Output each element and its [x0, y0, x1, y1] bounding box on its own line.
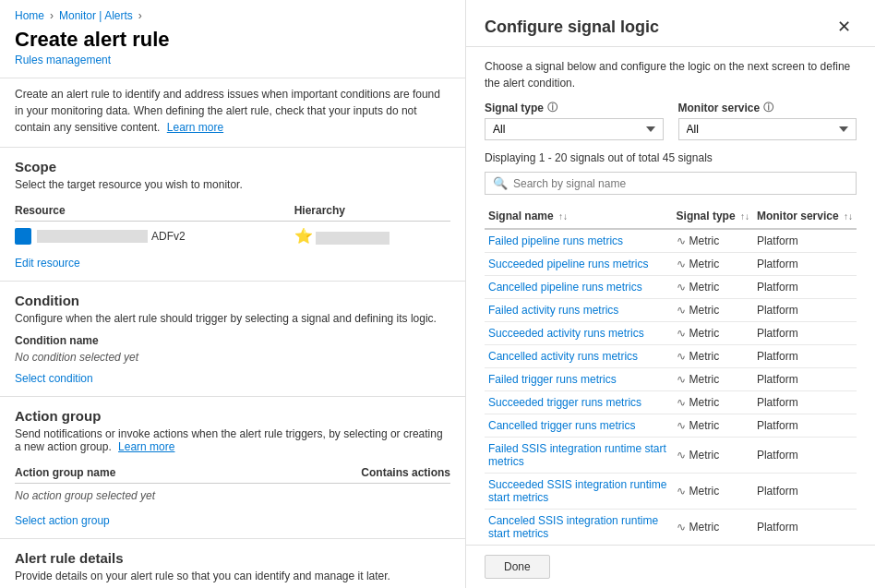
monitor-service-cell: Platform — [753, 253, 857, 276]
right-panel: Configure signal logic ✕ Choose a signal… — [466, 0, 875, 588]
metric-icon: ∿ — [677, 304, 686, 317]
table-row: Cancelled activity runs metrics∿MetricPl… — [485, 345, 857, 368]
action-group-desc-text: Send notifications or invoke actions whe… — [15, 427, 443, 453]
condition-title: Condition — [15, 293, 450, 308]
monitor-service-select[interactable]: All Platform Log Analytics — [678, 118, 857, 140]
signal-name-link[interactable]: Failed activity runs metrics — [488, 304, 618, 317]
scope-desc: Select the target resource you wish to m… — [15, 178, 450, 191]
table-row: Succeeded activity runs metrics∿MetricPl… — [485, 322, 857, 345]
action-group-name-col: Action group name — [15, 462, 282, 484]
learn-more-link-desc[interactable]: Learn more — [167, 121, 223, 134]
resource-icon — [15, 228, 31, 245]
signal-count: Displaying 1 - 20 signals out of total 4… — [485, 151, 857, 164]
signal-name-link[interactable]: Succeeded activity runs metrics — [488, 327, 644, 340]
alert-details-section: Alert rule details Provide details on yo… — [0, 538, 465, 588]
metric-icon: ∿ — [677, 485, 686, 498]
left-panel: Home › Monitor | Alerts › Create alert r… — [0, 0, 466, 588]
monitor-service-sort-icon[interactable]: ↑↓ — [844, 211, 853, 222]
metric-icon: ∿ — [677, 373, 686, 386]
signal-name-link[interactable]: Failed SSIS integration runtime start me… — [488, 442, 666, 468]
breadcrumb-monitor[interactable]: Monitor | Alerts — [59, 9, 133, 22]
col-monitor-service: Monitor service ↑↓ — [753, 204, 857, 229]
resource-name-bar — [37, 230, 148, 243]
done-button[interactable]: Done — [485, 555, 550, 579]
condition-desc: Configure when the alert rule should tri… — [15, 312, 450, 325]
table-row: Failed activity runs metrics∿MetricPlatf… — [485, 299, 857, 322]
breadcrumb-sep1: › — [50, 9, 54, 22]
signal-name-link[interactable]: Failed pipeline runs metrics — [488, 234, 623, 247]
hierarchy-bar — [316, 232, 390, 245]
breadcrumb-sep2: › — [138, 9, 142, 22]
panel-body: Choose a signal below and configure the … — [466, 47, 875, 545]
metric-icon: ∿ — [677, 258, 686, 270]
signal-table-body: Failed pipeline runs metrics∿MetricPlatf… — [485, 229, 857, 545]
signal-type-cell: ∿Metric — [673, 414, 753, 438]
edit-resource-link[interactable]: Edit resource — [15, 257, 80, 270]
breadcrumb-home[interactable]: Home — [15, 9, 44, 22]
signal-type-sort-icon[interactable]: ↑↓ — [740, 211, 749, 222]
resource-col-header: Resource — [15, 200, 294, 222]
action-group-section: Action group Send notifications or invok… — [0, 396, 465, 538]
metric-icon: ∿ — [677, 327, 686, 340]
signal-type-cell: ∿Metric — [673, 474, 753, 510]
metric-icon: ∿ — [677, 234, 686, 247]
description: Create an alert rule to identify and add… — [0, 78, 465, 147]
signal-name-link[interactable]: Cancelled pipeline runs metrics — [488, 281, 642, 294]
signal-type-select[interactable]: All Metric Log Activity Log — [485, 118, 664, 140]
hierarchy-icon: ⭐ — [294, 228, 313, 244]
resource-table: Resource Hierarchy ADFv2 ⭐ — [15, 200, 450, 250]
signal-name-link[interactable]: Succeeded SSIS integration runtime start… — [488, 478, 666, 504]
signal-name-sort-icon[interactable]: ↑↓ — [558, 211, 568, 222]
monitor-service-cell: Platform — [753, 229, 857, 253]
signal-name-link[interactable]: Succeeded pipeline runs metrics — [488, 258, 648, 270]
signal-type-filter: Signal type ⓘ All Metric Log Activity Lo… — [485, 101, 664, 140]
signal-type-cell: ∿Metric — [673, 276, 753, 299]
signal-name-link[interactable]: Canceled SSIS integration runtime start … — [488, 514, 658, 540]
signal-type-cell: ∿Metric — [673, 391, 753, 414]
table-row: Cancelled trigger runs metrics∿MetricPla… — [485, 414, 857, 438]
metric-icon: ∿ — [677, 449, 686, 462]
no-action-group-text: No action group selected yet — [15, 489, 155, 502]
signal-type-cell: ∿Metric — [673, 229, 753, 253]
action-group-table: Action group name Contains actions No ac… — [15, 462, 450, 508]
signal-type-cell: ∿Metric — [673, 368, 753, 391]
signal-name-link[interactable]: Cancelled activity runs metrics — [488, 350, 638, 363]
table-row: Cancelled pipeline runs metrics∿MetricPl… — [485, 276, 857, 299]
signal-name-link[interactable]: Failed trigger runs metrics — [488, 373, 617, 386]
panel-title: Configure signal logic — [485, 18, 659, 37]
signal-table-header-row: Signal name ↑↓ Signal type ↑↓ Monitor se… — [485, 204, 857, 229]
panel-description: Choose a signal below and configure the … — [485, 58, 857, 91]
action-group-learn-more[interactable]: Learn more — [118, 440, 174, 453]
close-button[interactable]: ✕ — [832, 15, 857, 39]
table-row: Succeeded pipeline runs metrics∿MetricPl… — [485, 253, 857, 276]
table-row: Succeeded SSIS integration runtime start… — [485, 474, 857, 510]
signal-type-cell: ∿Metric — [673, 299, 753, 322]
rules-management-link[interactable]: Rules management — [0, 54, 465, 78]
action-group-desc: Send notifications or invoke actions whe… — [15, 427, 450, 453]
condition-name-label: Condition name — [15, 334, 450, 347]
no-action-group-row: No action group selected yet — [15, 484, 450, 509]
search-input[interactable] — [513, 177, 848, 190]
monitor-service-cell: Platform — [753, 391, 857, 414]
resource-name-cell: ADFv2 — [15, 228, 294, 245]
signal-name-link[interactable]: Cancelled trigger runs metrics — [488, 419, 635, 432]
select-action-group-link[interactable]: Select action group — [15, 514, 110, 527]
table-row: Succeeded trigger runs metrics∿MetricPla… — [485, 391, 857, 414]
table-row: Failed SSIS integration runtime start me… — [485, 438, 857, 474]
metric-icon: ∿ — [677, 281, 686, 294]
action-group-contains-col: Contains actions — [282, 462, 450, 484]
signal-type-cell: ∿Metric — [673, 438, 753, 474]
monitor-service-cell: Platform — [753, 368, 857, 391]
signal-name-link[interactable]: Succeeded trigger runs metrics — [488, 396, 641, 409]
filter-row: Signal type ⓘ All Metric Log Activity Lo… — [485, 101, 857, 140]
col-signal-type: Signal type ↑↓ — [673, 204, 753, 229]
select-condition-link[interactable]: Select condition — [15, 372, 93, 385]
action-group-title: Action group — [15, 408, 450, 424]
monitor-service-label: Monitor service ⓘ — [678, 101, 857, 114]
signal-type-cell: ∿Metric — [673, 510, 753, 546]
metric-icon: ∿ — [677, 350, 686, 363]
monitor-service-cell: Platform — [753, 299, 857, 322]
metric-icon: ∿ — [677, 396, 686, 409]
monitor-service-cell: Platform — [753, 510, 857, 546]
signal-table: Signal name ↑↓ Signal type ↑↓ Monitor se… — [485, 204, 857, 545]
